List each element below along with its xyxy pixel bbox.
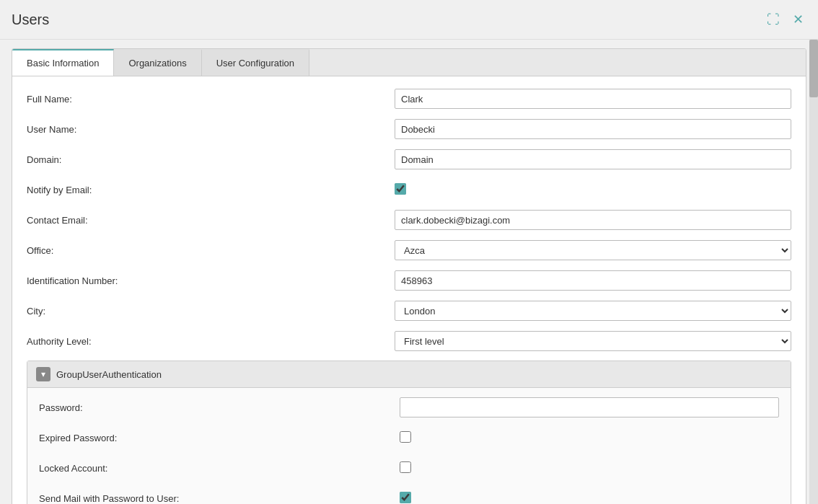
tabs-header: Basic Information Organizations User Con… — [12, 49, 806, 76]
domain-row: Domain: — [27, 149, 791, 170]
authority-level-label: Authority Level: — [27, 336, 395, 347]
form-body: Full Name: User Name: Domain: — [12, 76, 806, 504]
office-label: Office: — [27, 245, 395, 256]
user-name-label: User Name: — [27, 124, 395, 135]
full-name-label: Full Name: — [27, 94, 395, 105]
group-title: GroupUserAuthentication — [56, 369, 162, 380]
authority-level-row: Authority Level: First level — [27, 330, 791, 352]
window-title: Users — [12, 12, 49, 28]
password-input[interactable] — [400, 397, 779, 417]
office-select[interactable]: Azca — [395, 240, 791, 260]
expand-icon: ⛶ — [767, 12, 780, 27]
collapse-icon: ▾ — [36, 367, 50, 381]
send-mail-row: Send Mail with Password to User: — [39, 487, 779, 504]
locked-account-row: Locked Account: — [39, 457, 779, 479]
full-name-input[interactable] — [395, 89, 791, 109]
city-control: London — [395, 301, 791, 321]
locked-account-checkbox[interactable] — [400, 461, 411, 473]
close-button[interactable]: ✕ — [790, 10, 806, 29]
expired-password-row: Expired Password: — [39, 427, 779, 448]
password-control — [400, 397, 779, 417]
expired-password-control — [400, 431, 779, 445]
close-icon: ✕ — [793, 12, 804, 27]
authority-level-control: First level — [395, 331, 791, 351]
password-label: Password: — [39, 402, 400, 413]
identification-number-row: Identification Number: — [27, 270, 791, 291]
expired-password-label: Expired Password: — [39, 433, 400, 443]
contact-email-label: Contact Email: — [27, 215, 395, 226]
send-mail-label: Send Mail with Password to User: — [39, 493, 400, 504]
expired-password-checkbox[interactable] — [400, 431, 411, 443]
domain-control — [395, 149, 791, 169]
full-name-control — [395, 89, 791, 109]
city-label: City: — [27, 306, 395, 317]
tabs-container: Basic Information Organizations User Con… — [12, 48, 806, 504]
group-user-authentication: ▾ GroupUserAuthentication Password: — [27, 361, 791, 504]
notify-email-control — [395, 183, 791, 197]
user-name-control — [395, 119, 791, 139]
notify-email-label: Notify by Email: — [27, 185, 395, 195]
scrollbar-thumb[interactable] — [809, 40, 818, 97]
main-window: Users ⛶ ✕ Basic Information Organization… — [0, 0, 818, 504]
office-control: Azca — [395, 240, 791, 260]
tab-user-configuration[interactable]: User Configuration — [202, 49, 309, 76]
send-mail-checkbox[interactable] — [400, 492, 411, 503]
identification-number-control — [395, 270, 791, 291]
domain-input[interactable] — [395, 149, 791, 169]
user-name-input[interactable] — [395, 119, 791, 139]
title-bar: Users ⛶ ✕ — [0, 0, 818, 40]
office-row: Office: Azca — [27, 239, 791, 261]
domain-label: Domain: — [27, 154, 395, 165]
identification-number-label: Identification Number: — [27, 275, 395, 286]
user-name-row: User Name: — [27, 118, 791, 140]
identification-number-input[interactable] — [395, 270, 791, 291]
expand-button[interactable]: ⛶ — [764, 11, 783, 29]
content-area: Basic Information Organizations User Con… — [0, 40, 818, 504]
full-name-row: Full Name: — [27, 88, 791, 110]
tab-basic-information[interactable]: Basic Information — [12, 49, 114, 76]
notify-email-row: Notify by Email: — [27, 179, 791, 200]
contact-email-row: Contact Email: — [27, 209, 791, 231]
locked-account-control — [400, 461, 779, 475]
locked-account-label: Locked Account: — [39, 463, 400, 474]
password-row: Password: — [39, 397, 779, 418]
notify-email-checkbox[interactable] — [395, 183, 406, 195]
city-select[interactable]: London — [395, 301, 791, 321]
group-header[interactable]: ▾ GroupUserAuthentication — [27, 361, 791, 388]
scrollbar-track — [809, 40, 818, 504]
city-row: City: London — [27, 300, 791, 322]
contact-email-control — [395, 210, 791, 230]
title-actions: ⛶ ✕ — [764, 10, 806, 29]
authority-level-select[interactable]: First level — [395, 331, 791, 351]
tab-organizations[interactable]: Organizations — [114, 49, 201, 76]
group-body: Password: Expired Password: — [27, 388, 791, 504]
contact-email-input[interactable] — [395, 210, 791, 230]
send-mail-control — [400, 492, 779, 505]
